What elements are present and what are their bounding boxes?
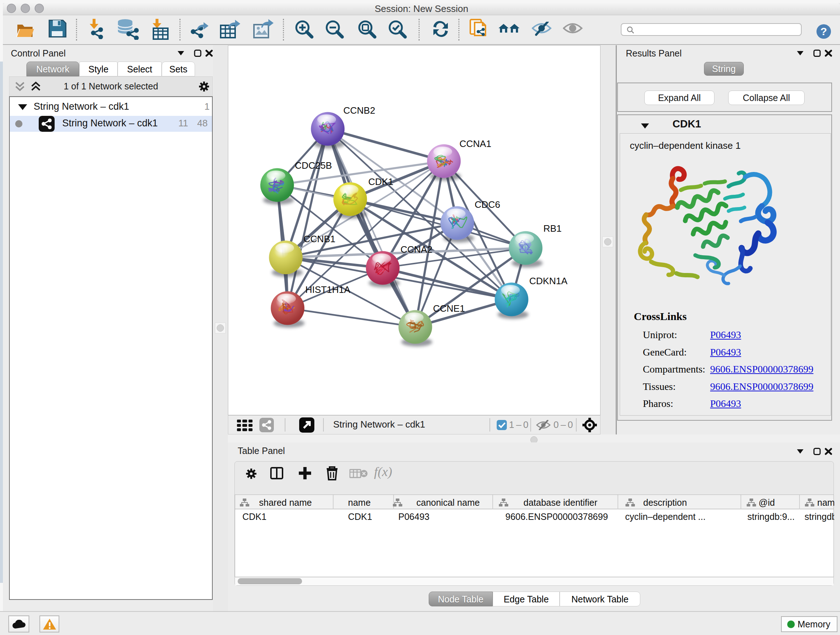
svg-text:CDKN1A: CDKN1A [529,276,568,287]
svg-text:CCNE1: CCNE1 [433,303,465,314]
svg-text:CCNA2: CCNA2 [401,244,432,255]
svg-text:HIST1H1A: HIST1H1A [305,284,351,295]
svg-text:?: ? [821,25,827,37]
svg-text:CDK1: CDK1 [368,176,393,187]
svg-text:CCNB2: CCNB2 [343,105,375,116]
svg-text:RB1: RB1 [543,223,562,234]
svg-text:CCNA1: CCNA1 [459,138,491,149]
svg-text:CDC25B: CDC25B [295,160,332,171]
svg-text:CCNB1: CCNB1 [303,233,335,244]
svg-text:CDC6: CDC6 [475,199,500,210]
